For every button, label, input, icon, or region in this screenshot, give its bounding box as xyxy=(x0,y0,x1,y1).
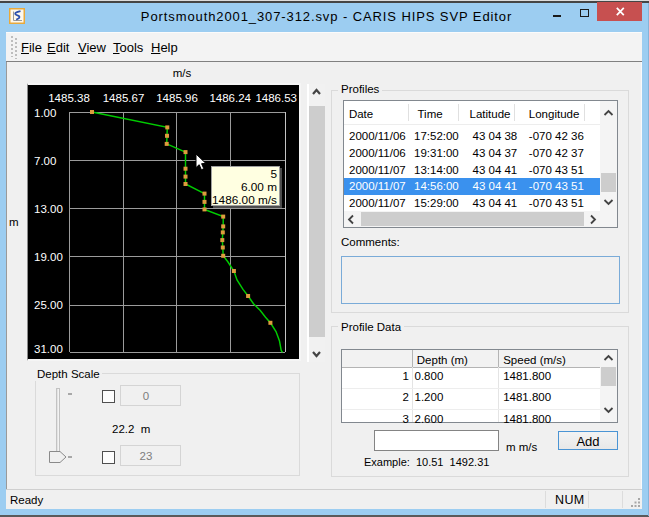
svg-text:25.00: 25.00 xyxy=(34,299,63,311)
svg-text:1485.96: 1485.96 xyxy=(156,92,198,104)
svg-text:1485.67: 1485.67 xyxy=(103,92,145,104)
svg-text:1486.24: 1486.24 xyxy=(209,92,251,104)
svg-text:1486.53: 1486.53 xyxy=(255,92,297,104)
svg-text:7.00: 7.00 xyxy=(34,155,56,167)
svg-text:31.00: 31.00 xyxy=(34,343,63,355)
svg-text:1.00: 1.00 xyxy=(34,107,56,119)
svg-text:19.00: 19.00 xyxy=(34,251,63,263)
svg-text:13.00: 13.00 xyxy=(34,203,63,215)
svg-text:1485.38: 1485.38 xyxy=(48,92,90,104)
